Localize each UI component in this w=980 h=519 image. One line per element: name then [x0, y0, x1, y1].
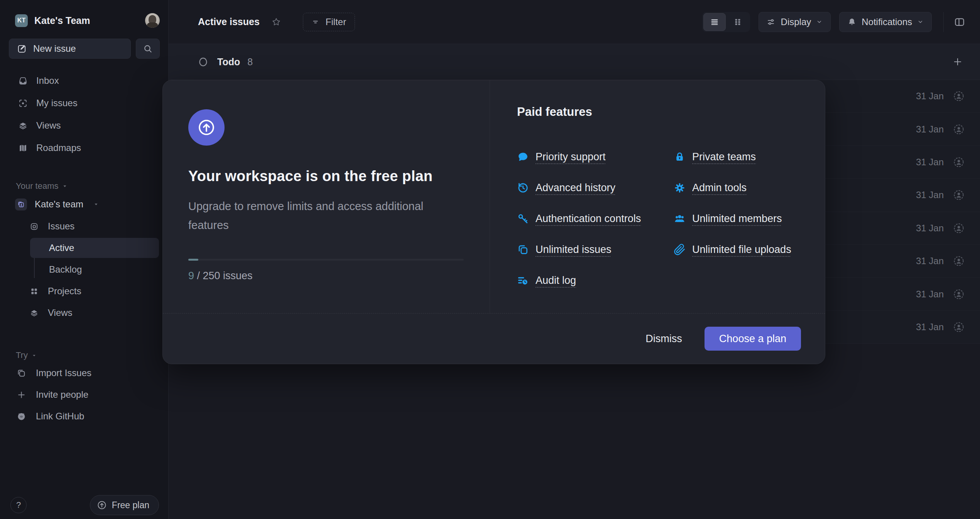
feature-priority-support[interactable]: Priority support [517, 141, 674, 172]
sidebar-item-active[interactable]: Active [0, 237, 168, 259]
chat-bubble-icon [517, 151, 529, 163]
feature-unlimited-file-uploads[interactable]: Unlimited file uploads [674, 234, 825, 265]
feature-label: Private teams [692, 151, 756, 163]
issue-date: 31 Jan [916, 124, 944, 135]
assignee-placeholder-icon[interactable] [953, 90, 965, 102]
board-view-button[interactable] [727, 13, 749, 31]
sidebar-item-label: Inbox [36, 75, 59, 86]
sidebar-item-roadmaps[interactable]: Roadmaps [0, 137, 168, 159]
feature-authentication-controls[interactable]: Authentication controls [517, 203, 674, 234]
sidebar-item-label: Backlog [49, 264, 82, 275]
feature-unlimited-members[interactable]: Unlimited members [674, 203, 825, 234]
lock-icon [674, 151, 686, 163]
assignee-placeholder-icon[interactable] [953, 156, 965, 168]
filter-button[interactable]: Filter [303, 13, 355, 31]
add-issue-button[interactable] [952, 56, 963, 67]
favorite-star-icon[interactable] [271, 17, 281, 27]
bell-icon [847, 17, 857, 27]
chevron-down-icon [816, 19, 823, 25]
try-label: Try [16, 350, 28, 360]
panel-toggle-icon[interactable] [954, 16, 965, 28]
sidebar-item-views[interactable]: Views [0, 114, 168, 137]
sidebar-item-my-issues[interactable]: My issues [0, 92, 168, 114]
map-icon [18, 143, 28, 153]
search-button[interactable] [136, 39, 160, 59]
notifications-button[interactable]: Notifications [839, 12, 932, 32]
sidebar-item-issues[interactable]: Issues [0, 215, 168, 237]
issues-subtree: Active Backlog [0, 237, 168, 280]
issue-date: 31 Jan [916, 322, 944, 332]
board-view-icon [733, 18, 742, 26]
features-column-left: Priority support Advanced history [517, 141, 674, 296]
feature-advanced-history[interactable]: Advanced history [517, 172, 674, 203]
arrow-up-circle-icon [188, 109, 225, 146]
sidebar-item-team-views[interactable]: Views [0, 302, 168, 324]
issues-icon [30, 222, 39, 231]
todo-circle-icon [198, 57, 208, 67]
assignee-placeholder-icon[interactable] [953, 222, 965, 234]
inbox-icon [18, 76, 28, 86]
user-avatar[interactable] [145, 13, 160, 28]
feature-audit-log[interactable]: Audit log [517, 265, 674, 296]
choose-plan-button[interactable]: Choose a plan [705, 327, 801, 351]
modal-plan-panel: Your workspace is on the free plan Upgra… [163, 80, 490, 313]
list-view-button[interactable] [703, 13, 726, 31]
sidebar-item-inbox[interactable]: Inbox [0, 70, 168, 92]
new-issue-button[interactable]: New issue [9, 39, 131, 59]
sidebar-item-label: Views [48, 307, 73, 318]
your-teams-header[interactable]: Your teams [0, 179, 168, 193]
sidebar-item-label: Link GitHub [36, 411, 84, 422]
progress-fill [188, 259, 198, 261]
sidebar-team-kates-team[interactable]: Kate's team [0, 193, 168, 215]
sidebar-item-import-issues[interactable]: Import Issues [0, 362, 168, 384]
modal-subtitle: Upgrade to remove limits and access addi… [188, 197, 455, 235]
filter-label: Filter [326, 17, 346, 27]
team-name: Kate's team [35, 199, 83, 210]
page-title: Active issues [198, 16, 260, 27]
free-plan-label: Free plan [112, 500, 149, 511]
layers-icon [18, 121, 28, 131]
new-issue-label: New issue [33, 43, 76, 54]
sidebar-item-backlog[interactable]: Backlog [0, 259, 168, 280]
assignee-placeholder-icon[interactable] [953, 288, 965, 300]
usage-current: 9 [188, 270, 194, 282]
topbar-divider [943, 12, 944, 32]
free-plan-button[interactable]: Free plan [90, 495, 159, 515]
feature-private-teams[interactable]: Private teams [674, 141, 825, 172]
help-button[interactable]: ? [10, 497, 27, 513]
assignee-placeholder-icon[interactable] [953, 124, 965, 135]
projects-icon [30, 287, 39, 296]
issue-usage-progress-bar [188, 259, 464, 261]
sidebar-item-invite-people[interactable]: Invite people [0, 384, 168, 405]
paid-features-title: Paid features [517, 105, 825, 119]
assignee-placeholder-icon[interactable] [953, 255, 965, 267]
gear-icon [674, 182, 686, 194]
sidebar-item-link-github[interactable]: Link GitHub [0, 405, 168, 427]
history-icon [517, 182, 529, 194]
try-header[interactable]: Try [0, 348, 168, 362]
issue-date: 31 Jan [916, 190, 944, 200]
plus-icon [17, 390, 26, 400]
feature-unlimited-issues[interactable]: Unlimited issues [517, 234, 674, 265]
my-issues-icon [18, 98, 28, 108]
workspace-name[interactable]: Kate's Team [34, 15, 90, 26]
view-mode-segmented-control [702, 12, 750, 32]
help-icon: ? [16, 500, 21, 510]
workspace-badge[interactable]: KT [15, 14, 28, 27]
assignee-placeholder-icon[interactable] [953, 321, 965, 333]
copy-icon [17, 368, 26, 378]
feature-admin-tools[interactable]: Admin tools [674, 172, 825, 203]
sidebar-item-projects[interactable]: Projects [0, 280, 168, 302]
feature-label: Priority support [536, 151, 606, 163]
sidebar: KT Kate's Team New issue [0, 0, 169, 519]
upgrade-plan-modal: Your workspace is on the free plan Upgra… [162, 80, 825, 364]
list-view-icon [710, 18, 719, 26]
sidebar-item-label: Views [36, 120, 61, 131]
paperclip-icon [674, 244, 686, 256]
group-name: Todo [217, 56, 240, 68]
issue-date: 31 Jan [916, 157, 944, 168]
feature-label: Admin tools [692, 182, 747, 194]
assignee-placeholder-icon[interactable] [953, 189, 965, 201]
dismiss-button[interactable]: Dismiss [645, 333, 682, 345]
display-button[interactable]: Display [759, 12, 831, 32]
